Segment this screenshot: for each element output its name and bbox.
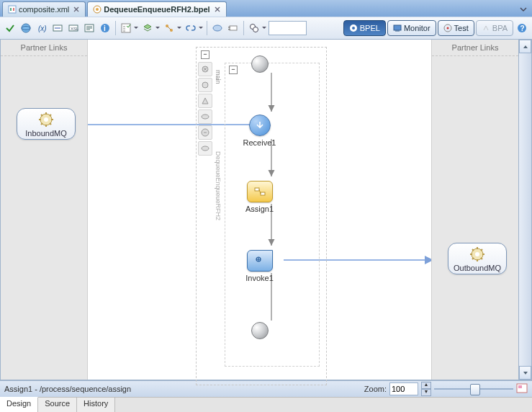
invoke-icon xyxy=(247,250,273,272)
collapse-toggle[interactable]: − xyxy=(229,66,238,74)
palette-ellipse-icon[interactable] xyxy=(210,21,225,35)
svg-point-17 xyxy=(213,25,222,31)
scroll-down-button[interactable] xyxy=(519,366,531,380)
close-icon[interactable] xyxy=(213,5,222,14)
zoom-step-down[interactable]: ▼ xyxy=(421,389,431,396)
palette-item[interactable] xyxy=(198,125,212,140)
bpel-mode-icon xyxy=(349,24,358,32)
lane-title: Partner Links xyxy=(1,40,87,56)
partner-outbound-node[interactable]: OutboundMQ xyxy=(448,243,507,274)
editor-view-tabs: Design Source History xyxy=(0,397,532,412)
validate-icon[interactable] xyxy=(3,21,17,35)
namespace-icon[interactable] xyxy=(82,21,96,35)
svg-rect-36 xyxy=(255,188,259,191)
process-label: DequeueEnqueueRFH2 xyxy=(215,151,223,220)
start-terminator[interactable] xyxy=(251,55,269,73)
chevron-down-icon[interactable] xyxy=(155,21,161,35)
zoom-label: Zoom: xyxy=(364,385,387,393)
selection-path: Assign1 - /process/sequence/assign xyxy=(4,385,131,393)
partner-inbound-node[interactable]: InboundMQ xyxy=(17,108,76,140)
chevron-down-icon[interactable] xyxy=(176,21,182,35)
zoom-slider-thumb[interactable] xyxy=(470,384,480,395)
xml-file-icon xyxy=(7,4,17,14)
activity-label: Receive1 xyxy=(231,138,289,147)
svg-text:?: ? xyxy=(520,24,525,32)
activity-label: Invoke1 xyxy=(231,274,289,282)
activity-label: Assign1 xyxy=(231,205,289,213)
monitor-mode-icon xyxy=(393,24,402,32)
collapse-toggle[interactable]: − xyxy=(201,50,209,59)
svg-point-24 xyxy=(352,27,355,30)
separator xyxy=(207,21,207,35)
find-icon[interactable] xyxy=(247,21,261,35)
help-icon[interactable]: ? xyxy=(515,21,529,35)
svg-rect-19 xyxy=(228,27,230,28)
mode-monitor-button[interactable]: Monitor xyxy=(387,20,436,36)
info-icon[interactable]: i xyxy=(98,21,112,35)
partner-label: OutboundMQ xyxy=(454,264,501,272)
mode-bpel-button[interactable]: BPEL xyxy=(343,20,386,36)
svg-point-40 xyxy=(475,252,479,256)
chevron-down-icon[interactable] xyxy=(133,21,139,35)
chevron-down-icon[interactable] xyxy=(261,21,267,35)
variable-icon[interactable]: (x) xyxy=(35,21,49,35)
activity-invoke[interactable]: Invoke1 xyxy=(231,250,289,282)
svg-point-33 xyxy=(202,115,209,119)
component-icon[interactable] xyxy=(226,21,240,35)
mode-bpa-button: BPA xyxy=(476,20,513,36)
palette-item[interactable] xyxy=(198,78,212,92)
palette-item[interactable] xyxy=(198,141,212,156)
svg-text:XSL: XSL xyxy=(71,27,78,31)
vertical-scrollbar[interactable] xyxy=(518,40,531,380)
svg-rect-20 xyxy=(228,29,230,30)
zoom-step-up[interactable]: ▲ xyxy=(421,382,431,389)
search-input[interactable] xyxy=(269,21,307,35)
svg-rect-2 xyxy=(13,8,14,11)
connect-icon[interactable] xyxy=(162,21,176,35)
scroll-track[interactable] xyxy=(519,53,531,366)
tab-list-dropdown-icon[interactable] xyxy=(518,4,529,15)
overview-icon[interactable] xyxy=(516,383,528,395)
activity-receive[interactable]: Receive1 xyxy=(231,115,289,147)
mode-label: BPEL xyxy=(360,24,380,32)
close-icon[interactable] xyxy=(72,5,81,14)
xpath-icon[interactable] xyxy=(50,21,65,35)
tab-history[interactable]: History xyxy=(77,398,115,412)
editor-tab-label: composite.xml xyxy=(19,5,69,14)
mode-test-button[interactable]: Test xyxy=(438,20,474,36)
svg-rect-37 xyxy=(261,192,265,195)
flow-sequence xyxy=(225,63,320,367)
zoom-slider[interactable] xyxy=(434,384,513,394)
flow-canvas[interactable]: − main DequeueEnqueueRFH2 − Receive1 xyxy=(88,40,431,380)
editor-tab-bpel[interactable]: DequeueEnqueueRFH2.bpel xyxy=(87,1,226,17)
svg-point-5 xyxy=(22,24,30,32)
tab-source[interactable]: Source xyxy=(38,398,77,412)
activity-assign[interactable]: Assign1 xyxy=(231,181,289,213)
tab-design[interactable]: Design xyxy=(0,397,38,412)
svg-point-27 xyxy=(446,27,448,30)
assign-icon xyxy=(247,181,273,202)
xslt-icon[interactable]: XSL xyxy=(66,21,81,35)
design-canvas: Partner Links InboundMQ xyxy=(0,40,532,380)
mode-label: Monitor xyxy=(404,24,430,32)
palette-item[interactable] xyxy=(198,109,212,124)
mode-label: Test xyxy=(454,24,469,32)
checklist-icon[interactable] xyxy=(119,21,133,35)
lane-title: Partner Links xyxy=(432,40,518,56)
link-icon[interactable] xyxy=(184,21,198,35)
bpa-mode-icon xyxy=(482,24,490,32)
palette-item[interactable] xyxy=(198,94,212,108)
end-terminator[interactable] xyxy=(251,322,269,339)
chevron-down-icon[interactable] xyxy=(198,21,204,35)
svg-point-4 xyxy=(96,8,99,11)
svg-rect-1 xyxy=(10,8,12,11)
svg-rect-18 xyxy=(230,26,237,30)
zoom-input[interactable] xyxy=(389,382,418,395)
scroll-up-button[interactable] xyxy=(519,40,531,53)
world-icon[interactable] xyxy=(19,21,33,35)
left-partner-lane: Partner Links InboundMQ xyxy=(1,40,88,380)
activity-palette: − xyxy=(197,50,213,157)
palette-item[interactable] xyxy=(198,62,212,76)
layers-icon[interactable] xyxy=(140,21,155,35)
editor-tab-composite[interactable]: composite.xml xyxy=(2,1,86,17)
